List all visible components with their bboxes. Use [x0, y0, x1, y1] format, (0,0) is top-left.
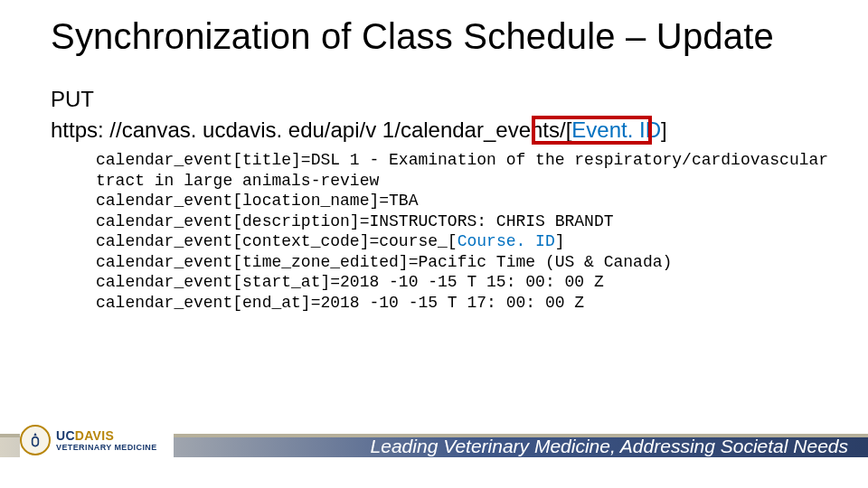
param-context-b: ]: [555, 232, 565, 250]
footer: UCDAVIS VETERINARY MEDICINE Leading Vete…: [0, 428, 868, 465]
logo-davis-text: DAVIS: [75, 428, 114, 443]
param-description: calendar_event[description]=INSTRUCTORS:…: [96, 212, 614, 230]
ucdavis-logo: UCDAVIS VETERINARY MEDICINE: [20, 425, 157, 455]
logo-text: UCDAVIS VETERINARY MEDICINE: [56, 429, 157, 452]
http-method: PUT: [51, 87, 94, 112]
param-title: calendar_event[title]=DSL 1 - Examinatio…: [96, 151, 828, 169]
url-close-bracket: ]: [661, 117, 667, 142]
highlight-box: [532, 116, 652, 145]
param-context-a: calendar_event[context_code]=course_[: [96, 232, 458, 250]
footer-tagline: Leading Veterinary Medicine, Addressing …: [371, 436, 848, 457]
slide-title: Synchronization of Class Schedule – Upda…: [51, 16, 774, 57]
param-course-id: Course. ID: [458, 232, 555, 250]
param-timezone: calendar_event[time_zone_edited]=Pacific…: [96, 253, 672, 271]
param-end: calendar_event[end_at]=2018 -10 -15 T 17…: [96, 294, 584, 312]
param-title-cont: tract in large animals-review: [96, 172, 379, 190]
logo-subtitle: VETERINARY MEDICINE: [56, 444, 157, 452]
logo-wrap: UCDAVIS VETERINARY MEDICINE: [20, 425, 174, 465]
slide: Synchronization of Class Schedule – Upda…: [0, 0, 868, 488]
param-start: calendar_event[start_at]=2018 -10 -15 T …: [96, 273, 604, 291]
param-location: calendar_event[location_name]=TBA: [96, 192, 418, 210]
seal-icon: [20, 425, 51, 455]
logo-uc: UCDAVIS: [56, 429, 157, 442]
url-base: https: //canvas. ucdavis. edu/api/v 1/ca…: [51, 117, 571, 142]
request-params: calendar_event[title]=DSL 1 - Examinatio…: [96, 150, 828, 313]
logo-uc-text: UC: [56, 428, 75, 443]
